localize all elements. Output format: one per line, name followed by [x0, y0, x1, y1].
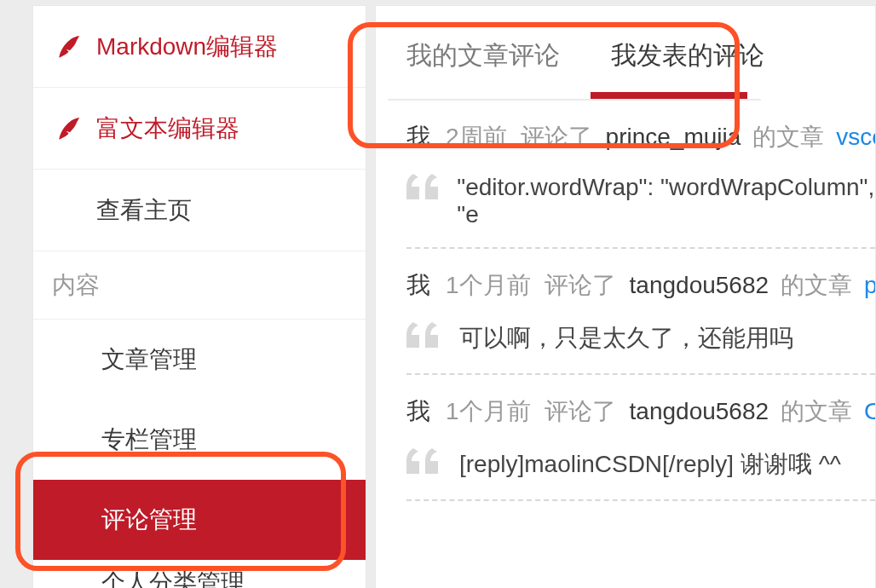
sidebar-item-view-home[interactable]: 查看主页 — [33, 170, 366, 251]
sidebar-item-comments[interactable]: 评论管理 — [33, 480, 366, 560]
comment-time: 2周前 — [446, 121, 507, 153]
feather-icon — [55, 114, 84, 143]
sidebar-item-categories[interactable]: 个人分类管理 — [33, 560, 366, 588]
comment-article-link[interactable]: CSD — [864, 398, 875, 425]
comment-header: 我 1个月前 评论了 tangdou5682 的文章 CSD — [406, 395, 875, 428]
sidebar-item-label: 专栏管理 — [101, 424, 197, 456]
comment-verb: 评论了 — [545, 395, 616, 428]
tabs: 我的文章评论 我发表的评论 — [376, 38, 875, 99]
sidebar-section-title: 内容 — [33, 251, 366, 320]
comment-user-link[interactable]: prince_mujia — [606, 124, 741, 151]
tab-my-posted-comments[interactable]: 我发表的评论 — [611, 38, 764, 99]
feather-icon — [55, 32, 84, 61]
sidebar-item-richtext-editor[interactable]: 富文本编辑器 — [33, 88, 366, 170]
comment-text: 可以啊，只是太久了，还能用吗 — [459, 322, 793, 355]
comment-article-link[interactable]: pytho — [864, 272, 875, 299]
comment-body: [reply]maolinCSDN[/reply] 谢谢哦 ^^ — [406, 428, 875, 499]
sidebar-item-label: 查看主页 — [96, 194, 192, 227]
sidebar-item-columns[interactable]: 专栏管理 — [33, 400, 366, 480]
comment-item: 我 1个月前 评论了 tangdou5682 的文章 CSD [reply]ma… — [376, 375, 875, 499]
comment-item: 我 1个月前 评论了 tangdou5682 的文章 pytho 可以啊，只是太… — [376, 249, 875, 373]
me-label: 我 — [406, 121, 430, 153]
comment-separator — [406, 499, 876, 501]
comment-user-link[interactable]: tangdou5682 — [630, 398, 769, 425]
comment-body: 可以啊，只是太久了，还能用吗 — [406, 302, 875, 373]
comment-time: 1个月前 — [446, 395, 531, 428]
quote-icon — [406, 174, 441, 199]
sidebar-item-label: 评论管理 — [101, 504, 197, 536]
quote-icon — [406, 448, 444, 474]
comment-text: [reply]maolinCSDN[/reply] 谢谢哦 ^^ — [459, 448, 841, 481]
comment-item: 我 2周前 评论了 prince_mujia 的文章 vscode "edito… — [376, 101, 875, 247]
me-label: 我 — [406, 269, 430, 302]
comment-suffix: 的文章 — [752, 121, 824, 153]
comment-suffix: 的文章 — [781, 395, 852, 428]
sidebar: Markdown编辑器 富文本编辑器 查看主页 内容 文章管理 专栏管理 评论管… — [32, 5, 366, 588]
comment-header: 我 2周前 评论了 prince_mujia 的文章 vscode — [406, 121, 875, 153]
sidebar-item-label: 个人分类管理 — [101, 567, 245, 588]
comment-user-link[interactable]: tangdou5682 — [630, 272, 769, 299]
comment-text: "editor.wordWrap": "wordWrapColumn", "e — [457, 174, 875, 228]
me-label: 我 — [406, 395, 430, 428]
comment-header: 我 1个月前 评论了 tangdou5682 的文章 pytho — [406, 269, 875, 302]
main-panel: 我的文章评论 我发表的评论 我 2周前 评论了 prince_mujia 的文章… — [375, 5, 876, 588]
tab-my-article-comments[interactable]: 我的文章评论 — [406, 38, 560, 99]
sidebar-item-label: Markdown编辑器 — [96, 31, 278, 63]
comment-article-link[interactable]: vscode — [836, 124, 875, 151]
comment-suffix: 的文章 — [781, 269, 852, 302]
comment-body: "editor.wordWrap": "wordWrapColumn", "e — [406, 153, 875, 247]
sidebar-item-articles[interactable]: 文章管理 — [33, 320, 366, 400]
sidebar-item-label: 文章管理 — [101, 343, 197, 376]
comment-verb: 评论了 — [545, 269, 616, 302]
sidebar-item-label: 富文本编辑器 — [96, 112, 239, 145]
quote-icon — [406, 322, 444, 348]
comment-time: 1个月前 — [446, 269, 531, 302]
comment-verb: 评论了 — [521, 121, 592, 153]
sidebar-item-markdown-editor[interactable]: Markdown编辑器 — [33, 6, 366, 88]
